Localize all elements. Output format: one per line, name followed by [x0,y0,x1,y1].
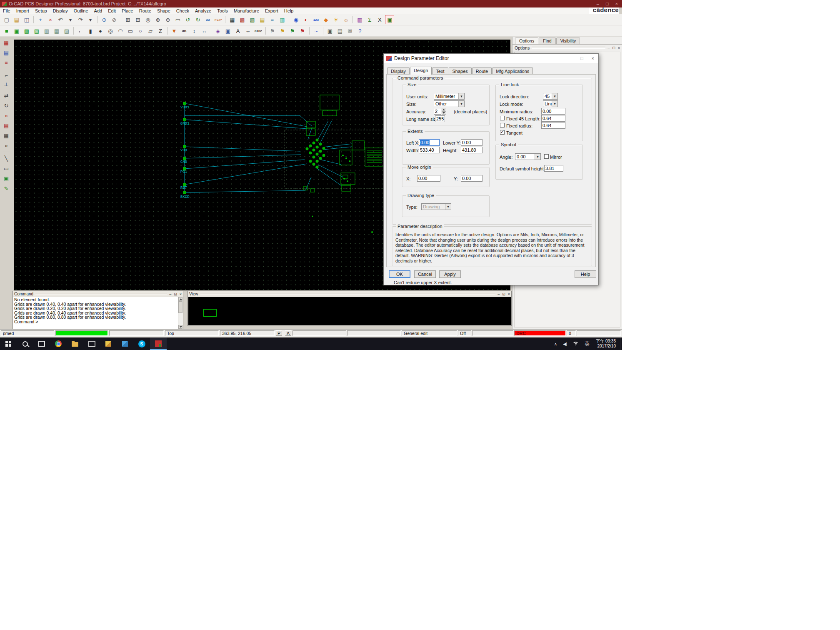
help-button[interactable]: Help [575,270,596,278]
wave-icon[interactable]: ~ [312,26,321,35]
pin-tool-icon[interactable]: ▼ [170,26,179,35]
tab-visibility[interactable]: Visibility [556,38,580,44]
dialog-minimize-icon[interactable] [570,56,572,61]
fixed-radius-checkbox[interactable] [500,123,505,128]
volume-icon[interactable] [563,341,567,347]
menu-item[interactable]: Setup [32,8,50,14]
pictures-button[interactable] [117,338,133,350]
reports-icon[interactable]: ▥ [355,15,364,24]
redraw-icon[interactable]: ↻ [193,15,202,24]
dimension-icon[interactable]: ⇔ [243,26,252,35]
active-tool-icon[interactable]: ▣ [385,15,394,24]
line-tool-icon[interactable]: ╲ [2,154,11,163]
add-line-icon[interactable]: ⌐ [76,26,85,35]
start-button[interactable] [0,338,17,350]
color-dialog-icon[interactable]: ▩ [238,15,247,24]
menu-item[interactable]: Add [91,8,105,14]
lock-direction-select[interactable]: 45 [543,93,558,100]
save-drawing-icon[interactable]: ◫ [22,15,31,24]
zoom-fit-icon[interactable]: ◎ [143,15,152,24]
fixed-45-input[interactable]: 0.64 [541,115,565,122]
menu-item[interactable]: Help [281,8,297,14]
command-close-icon[interactable] [180,292,182,296]
zoom-points-icon[interactable]: ▭ [173,15,182,24]
grid-toggle-icon[interactable]: ▦ [228,15,237,24]
menu-item[interactable]: Place [119,8,136,14]
user-units-select[interactable]: Millimeter [434,93,465,100]
left-x-input[interactable]: 0.00 [419,139,440,146]
clear-x-icon[interactable]: X [375,15,384,24]
network-icon[interactable] [572,342,579,346]
add-filled-circle-icon[interactable]: ● [96,26,105,35]
default-symbol-height-input[interactable]: 3.81 [544,165,563,172]
spin-icon[interactable]: ↻ [2,101,11,110]
help-icon[interactable]: ? [355,26,365,35]
view-close-icon[interactable] [508,292,510,296]
db-label-icon[interactable]: dB [180,26,189,35]
layer-priority-icon[interactable]: ▤ [258,15,267,24]
taskbar-clock[interactable]: 下午 03:35 2017/2/10 [596,339,616,349]
via-icon[interactable]: ◈ [213,26,222,35]
show-desktop-button[interactable] [620,338,622,350]
void-polygon-icon[interactable]: ▥ [42,26,51,35]
p-button[interactable]: P [276,330,282,336]
add-circle-icon[interactable]: ○ [136,26,145,35]
flag-green-icon[interactable]: ⚑ [288,26,297,35]
visibility-pane-icon[interactable]: ▥ [278,15,287,24]
tab-text[interactable]: Text [432,68,448,75]
lower-y-input[interactable]: 0.00 [461,139,482,146]
film-icon[interactable]: ▤ [2,48,11,57]
menu-item[interactable]: Edit [105,8,119,14]
fanout-icon[interactable]: » [2,111,11,120]
mail-icon[interactable]: ✉ [345,26,355,35]
ok-button[interactable]: OK [389,270,410,278]
add-rect-icon[interactable]: ▭ [126,26,135,35]
cancel-button[interactable]: Cancel [414,270,436,278]
tab-find[interactable]: Find [539,38,555,44]
shape-rect-icon[interactable]: ▣ [12,26,21,35]
view-minimize-icon[interactable] [498,292,500,296]
open-drawing-icon[interactable]: ▤ [12,15,21,24]
menu-item[interactable]: Shape [154,8,173,14]
shadow-mode-icon[interactable]: ▨ [248,15,257,24]
undo-icon[interactable]: ↶ [56,15,65,24]
highlight-icon[interactable]: ☀ [331,15,340,24]
dim-value-icon[interactable]: 8102 [253,26,263,35]
hook-icon[interactable]: ⌐ [2,71,11,80]
menu-item[interactable]: Display [50,8,71,14]
menu-item[interactable]: File [0,8,13,14]
add-shape-tool-icon[interactable]: ▣ [2,174,11,183]
dots-icon[interactable]: ▦ [2,131,11,140]
new-drawing-icon[interactable]: ▢ [2,15,11,24]
tray-expand-icon[interactable] [554,341,557,347]
view-body[interactable] [188,297,511,325]
redo-menu-icon[interactable]: ▾ [86,15,95,24]
zoom-previous-icon[interactable]: ↺ [183,15,192,24]
command-minimize-icon[interactable] [169,292,171,296]
scroll-down-icon[interactable] [178,325,182,329]
auto-rename-icon[interactable]: 123 [311,15,320,24]
rect-tool-icon[interactable]: ▭ [2,164,11,173]
text-tool-icon[interactable]: A [233,26,242,35]
spinner-down-icon[interactable] [442,111,446,115]
panel-restore-icon[interactable] [612,46,615,50]
tab-mfg-applications[interactable]: Mfg Applications [492,68,533,75]
menu-item[interactable]: Check [173,8,192,14]
tab-shapes[interactable]: Shapes [449,68,472,75]
minimize-icon[interactable] [597,1,599,6]
scrollbar-thumb[interactable] [178,301,182,313]
paste-icon[interactable]: ▤ [335,26,345,35]
tab-design[interactable]: Design [410,67,432,75]
panel-minimize-icon[interactable] [608,46,610,50]
status-sigma-icon[interactable]: Σ [365,15,374,24]
scroll-up-icon[interactable] [178,297,182,301]
chrome-taskbar-button[interactable] [50,338,67,350]
mirror-checkbox[interactable] [544,154,549,159]
void-rect-icon[interactable]: ▦ [52,26,61,35]
search-button[interactable] [17,338,33,350]
dehighlight-icon[interactable]: ☼ [341,15,350,24]
layer-list-icon[interactable]: ≡ [2,58,11,67]
redo-icon[interactable]: ↷ [76,15,85,24]
flag-red-icon[interactable]: ⚑ [298,26,307,35]
void-circle-icon[interactable]: ▨ [62,26,71,35]
